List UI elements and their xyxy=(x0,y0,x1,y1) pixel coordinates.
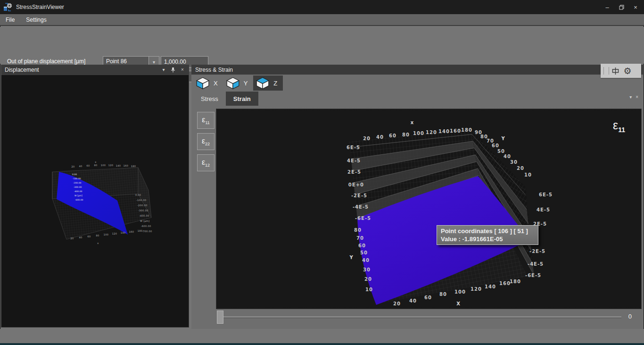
strain-e12-button[interactable]: ε12 xyxy=(197,154,215,171)
svg-text:40: 40 xyxy=(79,165,83,168)
svg-text:40: 40 xyxy=(409,298,417,303)
svg-text:-2E-5: -2E-5 xyxy=(351,193,367,198)
doc-menu-chevron-icon[interactable]: ▾ xyxy=(629,94,632,100)
gear-icon[interactable]: ⚙ xyxy=(621,65,634,77)
mode-tab-strip: Stress Strain ▾ × xyxy=(191,92,643,107)
svg-text:60: 60 xyxy=(492,143,499,148)
center-glyph xyxy=(611,67,619,75)
drag-grip-icon[interactable] xyxy=(603,67,609,75)
tab-axis-y[interactable]: Y xyxy=(223,76,254,91)
svg-text:-6E-5: -6E-5 xyxy=(525,273,541,278)
displacement-label: Out of plane displacement [μm] xyxy=(7,58,85,65)
strain-content: ε11 ε22 ε12 xyxy=(191,107,643,329)
svg-text:60: 60 xyxy=(424,295,432,300)
stress-strain-panel-header: Stress & Strain ▾ × xyxy=(191,65,643,75)
displacement-3d-chart[interactable]: 20406080100120140160180x2040608010012014… xyxy=(1,75,189,327)
svg-text:120: 120 xyxy=(426,130,437,135)
svg-text:30: 30 xyxy=(510,160,518,165)
displacement-panel-title: Displacement xyxy=(5,67,39,73)
svg-text:30: 30 xyxy=(363,267,371,272)
tab-axis-x[interactable]: X xyxy=(193,76,223,91)
epsilon-11-annotation: ε11 xyxy=(613,118,625,134)
menu-settings[interactable]: Settings xyxy=(20,14,52,25)
svg-text:4E-5: 4E-5 xyxy=(347,158,361,163)
axis-tab-strip: X Y Z xyxy=(191,75,643,92)
svg-text:Y: Y xyxy=(349,255,353,260)
svg-text:180: 180 xyxy=(131,165,136,168)
bottom-strip xyxy=(0,329,644,343)
strain-e11-button[interactable]: ε11 xyxy=(197,112,215,129)
svg-text:140: 140 xyxy=(116,164,121,167)
cube-y-icon xyxy=(226,77,239,89)
floating-toolbar: ⚙ xyxy=(601,64,641,78)
svg-text:80: 80 xyxy=(96,234,99,237)
svg-text:X: X xyxy=(456,301,460,306)
svg-text:160: 160 xyxy=(450,128,461,134)
tooltip-coordinates: Point coordinates [ 106 ] [ 51 ] xyxy=(441,227,534,235)
svg-text:-300.00: -300.00 xyxy=(74,186,82,188)
menu-bar: File Settings xyxy=(0,14,644,26)
svg-text:80: 80 xyxy=(402,132,410,137)
displacement-panel-header: Displacement ▾ × xyxy=(1,65,189,75)
doc-close-icon[interactable]: × xyxy=(636,94,638,100)
svg-text:120: 120 xyxy=(108,164,113,167)
panel-menu-chevron-icon[interactable]: ▾ xyxy=(161,67,166,72)
svg-text:20: 20 xyxy=(517,166,524,171)
window-title: StressStrainViewer xyxy=(16,4,64,10)
svg-text:40: 40 xyxy=(504,154,511,159)
restore-button[interactable] xyxy=(617,2,626,12)
svg-text:20: 20 xyxy=(72,165,75,168)
svg-text:80: 80 xyxy=(439,292,447,297)
frame-slider-row: 0 xyxy=(216,310,643,328)
center-view-icon[interactable] xyxy=(609,65,621,77)
svg-text:60: 60 xyxy=(88,235,91,238)
svg-text:60: 60 xyxy=(389,133,396,138)
strain-e22-button[interactable]: ε22 xyxy=(197,133,215,150)
svg-text:-100.00: -100.00 xyxy=(73,177,81,180)
close-button[interactable]: × xyxy=(631,2,640,12)
tab-axis-y-label: Y xyxy=(244,80,248,87)
svg-text:80: 80 xyxy=(354,227,362,233)
svg-text:50: 50 xyxy=(360,250,368,255)
svg-text:10: 10 xyxy=(365,287,373,292)
svg-text:40: 40 xyxy=(376,135,384,140)
svg-text:6E-5: 6E-5 xyxy=(347,145,360,150)
slider-thumb[interactable] xyxy=(217,311,223,324)
svg-text:140: 140 xyxy=(485,284,496,289)
svg-text:140: 140 xyxy=(438,129,450,134)
app-icon xyxy=(3,2,13,12)
tab-stress[interactable]: Stress xyxy=(193,92,226,106)
svg-text:-4E-5: -4E-5 xyxy=(528,261,544,267)
svg-text:20: 20 xyxy=(71,237,74,240)
window-bottom-edge xyxy=(0,343,644,345)
tab-axis-z-label: Z xyxy=(273,80,277,87)
stress-strain-panel-title: Stress & Strain xyxy=(195,67,233,73)
svg-text:0E+0: 0E+0 xyxy=(348,182,364,187)
svg-text:50: 50 xyxy=(497,149,505,154)
strain-3d-chart[interactable]: 20406080100120140160180x9080706050403020… xyxy=(216,109,641,309)
svg-text:20: 20 xyxy=(364,277,372,282)
minimize-button[interactable]: – xyxy=(603,2,612,12)
tab-axis-z[interactable]: Z xyxy=(253,76,283,91)
svg-text:40: 40 xyxy=(362,258,370,263)
svg-text:70: 70 xyxy=(356,236,364,241)
svg-text:Y: Y xyxy=(501,136,505,141)
pin-icon[interactable] xyxy=(170,67,176,73)
tooltip-value: Value : -1.891661E-05 xyxy=(441,235,534,243)
svg-text:120: 120 xyxy=(112,232,117,235)
menu-file[interactable]: File xyxy=(0,14,20,25)
svg-text:100: 100 xyxy=(413,131,424,136)
tab-axis-x-label: X xyxy=(214,80,218,87)
panel-close-icon[interactable]: × xyxy=(180,67,185,72)
displacement-chart-area: 20406080100120140160180x2040608010012014… xyxy=(1,75,189,328)
svg-text:60: 60 xyxy=(358,243,366,248)
svg-text:40: 40 xyxy=(79,236,83,239)
svg-text:6E-5: 6E-5 xyxy=(539,192,553,197)
svg-text:-4E-5: -4E-5 xyxy=(353,204,369,210)
svg-text:-600.00: -600.00 xyxy=(141,225,151,227)
slider-track[interactable] xyxy=(220,316,621,318)
svg-text:-700.00: -700.00 xyxy=(142,230,152,233)
svg-text:x: x xyxy=(97,242,99,244)
slider-value: 0 xyxy=(628,313,632,320)
tab-strain[interactable]: Strain xyxy=(226,92,258,106)
